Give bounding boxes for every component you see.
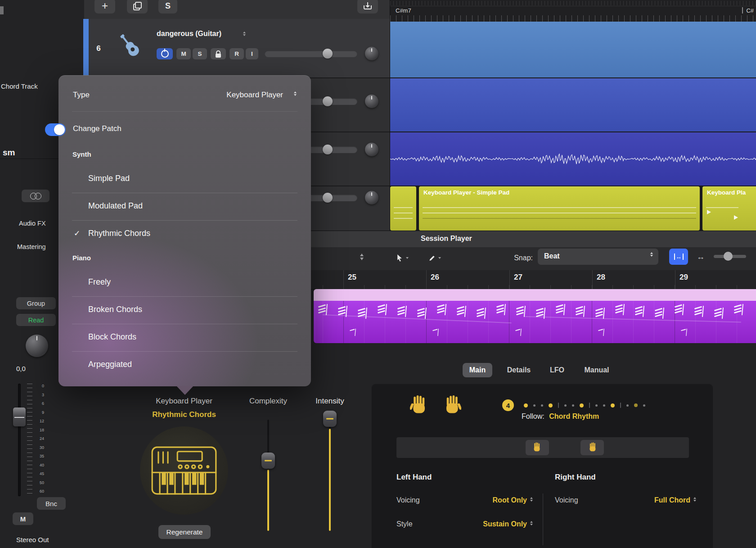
- change-patch-toggle[interactable]: [45, 123, 66, 136]
- audio-fx-label[interactable]: Audio FX: [19, 220, 46, 227]
- track-solo-button[interactable]: S: [193, 48, 207, 59]
- select-stepper-icon[interactable]: [530, 521, 533, 525]
- synth-keyboard-icon: [151, 445, 217, 496]
- tab-main[interactable]: Main: [463, 363, 492, 377]
- style-label: Style: [396, 520, 413, 528]
- track-pan-knob[interactable]: [365, 47, 378, 60]
- menu-item-broken-chords[interactable]: Broken Chords: [88, 305, 142, 314]
- audio-region-track8[interactable]: [390, 132, 756, 186]
- pattern-label[interactable]: Rhythmic Chords: [117, 410, 252, 419]
- type-stepper-icon[interactable]: [294, 91, 297, 96]
- automation-read-button[interactable]: Read: [16, 314, 56, 326]
- track-record-button[interactable]: R: [230, 48, 244, 59]
- bar-number: 28: [597, 273, 605, 282]
- type-value[interactable]: Keyboard Player: [226, 91, 283, 100]
- track8-pan-knob[interactable]: [365, 143, 378, 156]
- complexity-slider-handle[interactable]: [261, 453, 275, 469]
- midi-region-sliver[interactable]: [390, 186, 416, 231]
- ruler-mini-ticks: [390, 1, 756, 5]
- menu-item-rhythmic-chords[interactable]: Rhythmic Chords: [88, 229, 150, 238]
- hand-icon: [587, 442, 597, 453]
- track-volume-handle[interactable]: [323, 49, 333, 59]
- output-label: Stereo Out: [16, 536, 49, 543]
- tab-manual[interactable]: Manual: [576, 363, 617, 377]
- follow-value[interactable]: Chord Rhythm: [549, 412, 599, 420]
- fader-groove: [18, 384, 21, 496]
- midi-region-1[interactable]: Keyboard Player - Simple Pad: [419, 186, 700, 231]
- zoom-h-icon: ↔: [697, 252, 705, 262]
- ruler-divider: [390, 6, 756, 6]
- style-select[interactable]: Sustain Only: [457, 520, 527, 528]
- track7-pan-knob[interactable]: [365, 95, 378, 108]
- audio-region-track7[interactable]: [390, 78, 756, 131]
- snap-select[interactable]: Beat: [538, 249, 658, 265]
- track7-volume-handle[interactable]: [323, 96, 333, 106]
- cursor-icon: [396, 254, 403, 263]
- select-stepper-icon[interactable]: [530, 497, 533, 502]
- pattern-dots[interactable]: [521, 402, 648, 408]
- zoom-to-fit-button[interactable]: ↔: [669, 249, 688, 265]
- track9-volume-handle[interactable]: [323, 193, 333, 203]
- track8-volume-handle[interactable]: [323, 145, 333, 154]
- bounce-button[interactable]: Bnc: [37, 497, 66, 510]
- bar-number: 26: [431, 273, 439, 282]
- track-input-button[interactable]: I: [246, 48, 258, 59]
- track-lock-button[interactable]: [211, 48, 226, 59]
- right-hand-icon[interactable]: [441, 395, 461, 417]
- power-icon: [161, 50, 169, 58]
- add-track-button[interactable]: +: [94, 0, 115, 14]
- zoom-slider-handle[interactable]: [724, 252, 733, 261]
- intensity-slider-handle[interactable]: [323, 411, 337, 427]
- volume-fader[interactable]: [13, 408, 26, 426]
- follow-label: Follow:: [522, 412, 544, 420]
- pencil-tool-button[interactable]: [428, 250, 454, 266]
- pan-knob[interactable]: [26, 335, 48, 357]
- right-hand-strip-button[interactable]: [580, 440, 604, 455]
- track-mute-button[interactable]: M: [176, 48, 191, 59]
- editor-popup-stepper[interactable]: [360, 254, 364, 260]
- fader-scale: 0369121824303540455060: [34, 384, 44, 497]
- track-volume-slider[interactable]: [265, 50, 357, 57]
- chord-marker[interactable]: C#m7: [396, 7, 411, 14]
- right-voicing-select[interactable]: Full Chord: [624, 496, 690, 504]
- left-voicing-select[interactable]: Root Only: [466, 496, 527, 504]
- right-hand-title: Right Hand: [555, 473, 596, 482]
- mute-button[interactable]: M: [13, 512, 33, 525]
- tab-lfo[interactable]: LFO: [545, 363, 569, 377]
- session-player-region[interactable]: [314, 289, 756, 343]
- tab-details[interactable]: Details: [500, 363, 538, 377]
- complexity-slider-fill: [267, 470, 269, 531]
- left-hand-icon[interactable]: [410, 395, 430, 417]
- solo-mode-button[interactable]: S: [158, 0, 177, 14]
- intensity-slider-fill: [329, 429, 331, 531]
- arrange-ruler[interactable]: C#m7 C#: [390, 0, 756, 22]
- track-on-button[interactable]: [157, 48, 173, 59]
- stereo-format-button[interactable]: [22, 190, 50, 202]
- guitar-icon: [118, 32, 141, 59]
- pattern-count-badge[interactable]: 4: [502, 399, 514, 411]
- session-player-title: Session Player: [421, 235, 472, 243]
- region-name: Keyboard Player - Simple Pad: [419, 186, 700, 196]
- region-name: Keyboard Pla: [702, 186, 756, 196]
- audio-region-track6[interactable]: [390, 22, 756, 77]
- menu-item-block-chords[interactable]: Block Chords: [88, 332, 136, 342]
- track-name-stepper-icon[interactable]: [243, 32, 246, 36]
- arrange-area: C#m7 C# Keyboard Player - Simple Pad Key…: [390, 0, 756, 231]
- menu-item-modulated-pad[interactable]: Modulated Pad: [88, 201, 143, 211]
- duplicate-track-button[interactable]: [127, 0, 148, 14]
- menu-item-simple-pad[interactable]: Simple Pad: [88, 174, 130, 183]
- pointer-tool-button[interactable]: [396, 250, 422, 266]
- select-stepper-icon[interactable]: [693, 497, 696, 502]
- menu-item-freely[interactable]: Freely: [88, 277, 111, 287]
- regenerate-button[interactable]: Regenerate: [158, 525, 211, 539]
- track-name[interactable]: dangerous (Guitar): [157, 30, 221, 38]
- volume-readout: 0,0: [16, 365, 26, 372]
- midi-region-2[interactable]: Keyboard Pla: [702, 186, 756, 231]
- import-button[interactable]: [357, 0, 378, 14]
- left-hand-strip-button[interactable]: [526, 440, 549, 455]
- mastering-label[interactable]: Mastering: [17, 243, 46, 250]
- menu-item-arpeggiated[interactable]: Arpeggiated: [88, 360, 132, 369]
- track9-pan-knob[interactable]: [365, 191, 378, 204]
- left-voicing-label: Voicing: [396, 496, 420, 504]
- group-button[interactable]: Group: [16, 297, 56, 309]
